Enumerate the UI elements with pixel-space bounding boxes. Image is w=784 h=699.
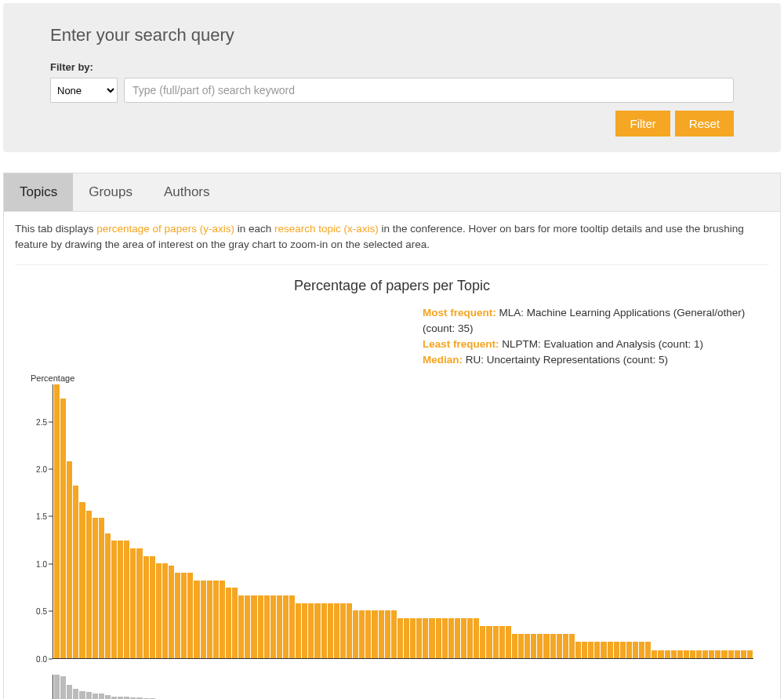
chart-bar[interactable]	[588, 642, 593, 657]
chart-bar[interactable]	[658, 650, 663, 658]
chart-bar[interactable]	[162, 563, 168, 657]
chart-bar[interactable]	[99, 518, 104, 657]
chart-bar[interactable]	[156, 563, 162, 657]
chart-bar[interactable]	[499, 626, 505, 658]
chart-bar[interactable]	[220, 581, 225, 658]
chart-bar[interactable]	[531, 634, 536, 657]
chart-bar[interactable]	[340, 603, 346, 658]
brush-bar[interactable]	[93, 694, 98, 700]
chart-bar[interactable]	[728, 650, 734, 658]
chart-bar[interactable]	[512, 634, 517, 657]
chart-bar[interactable]	[416, 618, 422, 658]
search-input[interactable]	[124, 78, 734, 103]
brush-bar[interactable]	[67, 685, 72, 699]
brush-bar[interactable]	[111, 697, 117, 699]
chart-bar[interactable]	[404, 618, 409, 658]
chart-bar[interactable]	[314, 603, 320, 658]
chart-bar[interactable]	[436, 618, 441, 658]
chart-bar[interactable]	[130, 548, 136, 658]
chart-bar[interactable]	[639, 642, 644, 657]
chart-bar[interactable]	[518, 634, 524, 657]
chart-bar[interactable]	[143, 556, 149, 658]
chart-bar[interactable]	[557, 634, 562, 657]
chart-bar[interactable]	[86, 511, 92, 658]
chart-bar[interactable]	[379, 610, 384, 657]
chart-bar[interactable]	[741, 650, 746, 658]
brush-bar[interactable]	[124, 697, 129, 699]
chart-bar[interactable]	[277, 595, 282, 657]
chart-bar[interactable]	[448, 618, 454, 658]
chart-bar[interactable]	[633, 642, 638, 657]
filter-select[interactable]: None	[50, 78, 118, 103]
chart-bar[interactable]	[455, 618, 460, 658]
chart-bar[interactable]	[258, 595, 263, 657]
chart-bar[interactable]	[118, 541, 123, 657]
tab-groups[interactable]: Groups	[73, 173, 148, 211]
chart-bar[interactable]	[73, 486, 78, 657]
chart-bar[interactable]	[385, 610, 390, 657]
chart-bar[interactable]	[207, 581, 212, 658]
chart-bar[interactable]	[365, 610, 371, 657]
chart-bar[interactable]	[747, 650, 753, 658]
chart-bar[interactable]	[493, 626, 499, 658]
chart-bar[interactable]	[194, 581, 199, 658]
chart-bar[interactable]	[721, 650, 727, 658]
chart-bar[interactable]	[524, 634, 530, 657]
chart-bar[interactable]	[201, 581, 206, 658]
chart-bar[interactable]	[328, 603, 333, 658]
chart-bar[interactable]	[321, 603, 327, 658]
chart-bar[interactable]	[391, 610, 397, 657]
chart-bar[interactable]	[347, 603, 352, 658]
chart-bar[interactable]	[289, 595, 295, 657]
chart-bar[interactable]	[111, 541, 117, 657]
chart-bar[interactable]	[270, 595, 276, 657]
chart-bar[interactable]	[397, 618, 403, 658]
brush-bar[interactable]	[105, 695, 111, 699]
chart-bar[interactable]	[671, 650, 677, 658]
chart-bar[interactable]	[506, 626, 511, 658]
brush-bar[interactable]	[54, 675, 60, 700]
chart-bar[interactable]	[410, 618, 416, 658]
chart-bar[interactable]	[105, 533, 111, 658]
chart-bar[interactable]	[67, 461, 72, 657]
chart-bar[interactable]	[652, 650, 657, 658]
chart-bar[interactable]	[124, 541, 129, 657]
chart-bar[interactable]	[136, 548, 142, 658]
chart-bar[interactable]	[54, 384, 60, 658]
chart-bar[interactable]	[626, 642, 632, 657]
chart-bar[interactable]	[614, 642, 619, 657]
chart-bar[interactable]	[575, 642, 581, 657]
chart-bar[interactable]	[582, 642, 587, 657]
chart-bar[interactable]	[543, 634, 549, 657]
chart-bar[interactable]	[480, 626, 485, 658]
brush-bar[interactable]	[86, 692, 92, 699]
chart-bar[interactable]	[467, 618, 473, 658]
chart-bar[interactable]	[213, 581, 219, 658]
chart-bar[interactable]	[308, 603, 314, 658]
chart-bar[interactable]	[486, 626, 492, 658]
tab-authors[interactable]: Authors	[148, 173, 226, 211]
chart-bar[interactable]	[169, 566, 174, 658]
chart-bar[interactable]	[302, 603, 307, 658]
chart-bar[interactable]	[232, 588, 238, 657]
chart-bar[interactable]	[334, 603, 339, 658]
chart-bar[interactable]	[696, 650, 702, 658]
brush-bar[interactable]	[79, 691, 85, 699]
chart-bar[interactable]	[60, 399, 66, 658]
chart-bar[interactable]	[187, 573, 193, 657]
chart-bar[interactable]	[353, 610, 358, 657]
chart-bar[interactable]	[175, 573, 180, 657]
bars-main[interactable]	[53, 384, 753, 659]
tab-topics[interactable]: Topics	[4, 173, 73, 211]
chart-bar[interactable]	[226, 588, 231, 657]
chart-bar[interactable]	[296, 603, 301, 658]
chart-bar[interactable]	[690, 650, 695, 658]
chart-bar[interactable]	[665, 650, 670, 658]
chart-bar[interactable]	[245, 595, 250, 657]
chart-bar[interactable]	[251, 595, 256, 657]
chart-bar[interactable]	[429, 618, 434, 658]
chart-bar[interactable]	[461, 618, 466, 658]
chart-bar[interactable]	[238, 595, 244, 657]
chart-bar[interactable]	[620, 642, 626, 657]
chart-bar[interactable]	[608, 642, 613, 657]
